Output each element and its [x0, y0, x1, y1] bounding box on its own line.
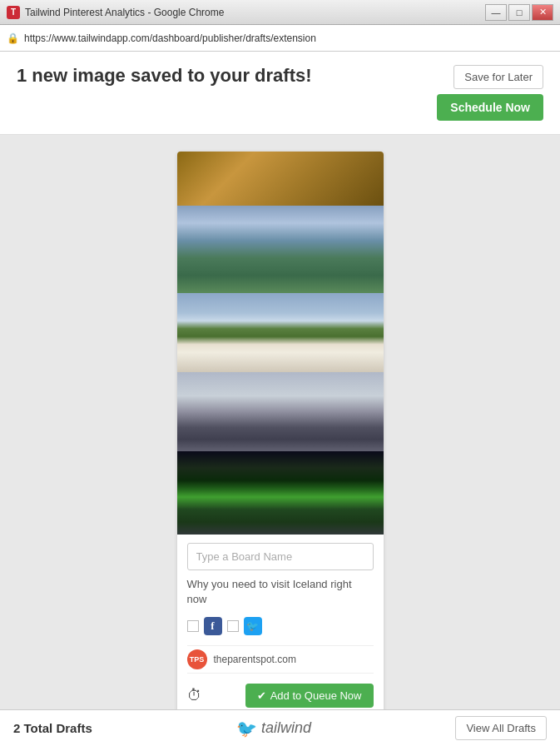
url-text: https://www.tailwindapp.com/dashboard/pu…: [24, 32, 553, 44]
app-icon: T: [7, 6, 20, 19]
save-later-button[interactable]: Save for Later: [453, 65, 543, 89]
action-row: ⏱ ✔ Add to Queue Now: [187, 684, 374, 708]
tailwind-bird-icon: 🐦: [236, 719, 257, 739]
schedule-now-button[interactable]: Schedule Now: [437, 94, 543, 121]
facebook-checkbox[interactable]: [187, 620, 199, 632]
lock-icon: 🔒: [7, 32, 19, 44]
window-title: Tailwind Pinterest Analytics - Google Ch…: [25, 7, 485, 18]
source-avatar: TPS: [187, 649, 207, 669]
footer-logo: 🐦 tailwind: [236, 719, 311, 739]
page-header: 1 new image saved to your drafts! Save f…: [0, 52, 560, 135]
maximize-button[interactable]: □: [508, 4, 530, 21]
image-aurora: [177, 451, 384, 535]
source-row: TPS theparentspot.com: [187, 645, 374, 674]
image-volcano: [177, 206, 384, 293]
image-collage: [177, 152, 384, 535]
image-houses: [177, 293, 384, 372]
card-body: Why you need to visit Iceland right now …: [177, 535, 384, 716]
page-title: 1 new image saved to your drafts!: [17, 65, 312, 87]
drafts-count: 2 Total Drafts: [13, 721, 92, 735]
window-controls: — □ ✕: [485, 4, 553, 21]
footer: 2 Total Drafts 🐦 tailwind View All Draft…: [0, 709, 560, 746]
source-url: theparentspot.com: [214, 654, 296, 665]
view-all-drafts-button[interactable]: View All Drafts: [455, 716, 547, 740]
social-sharing-row: f 🐦: [187, 617, 374, 635]
minimize-button[interactable]: —: [485, 4, 507, 21]
address-bar: 🔒 https://www.tailwindapp.com/dashboard/…: [0, 25, 560, 52]
tailwind-logo-text: tailwind: [261, 719, 311, 737]
twitter-checkbox[interactable]: [227, 620, 239, 632]
pin-card: Why you need to visit Iceland right now …: [177, 152, 384, 716]
image-horse: [177, 152, 384, 206]
pin-description: Why you need to visit Iceland right now: [187, 577, 374, 607]
titlebar: T Tailwind Pinterest Analytics - Google …: [0, 0, 560, 25]
facebook-icon: f: [204, 617, 222, 635]
twitter-icon: 🐦: [244, 617, 262, 635]
header-buttons: Save for Later Schedule Now: [437, 65, 543, 121]
card-area: Why you need to visit Iceland right now …: [0, 135, 560, 733]
close-button[interactable]: ✕: [532, 4, 553, 21]
add-to-queue-button[interactable]: ✔ Add to Queue Now: [245, 684, 374, 708]
clock-icon[interactable]: ⏱: [187, 687, 202, 704]
board-name-input[interactable]: [187, 543, 374, 570]
checkmark-icon: ✔: [257, 689, 266, 702]
image-shore: [177, 372, 384, 451]
